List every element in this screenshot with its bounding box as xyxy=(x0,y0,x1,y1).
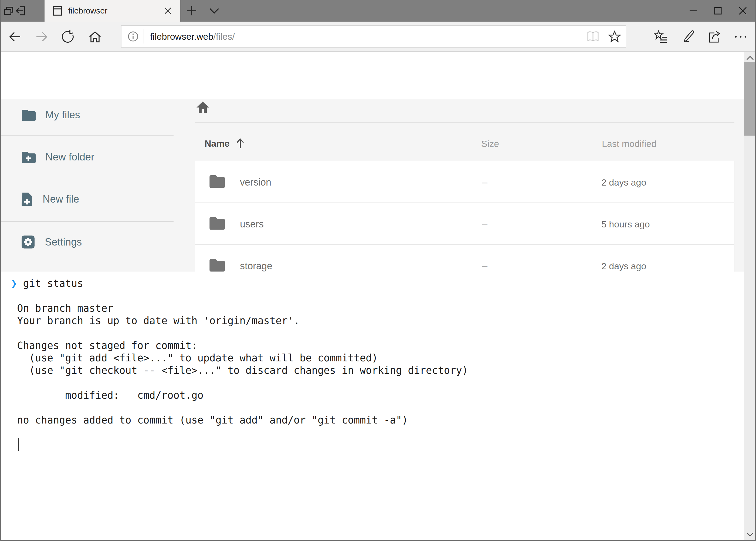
terminal-cursor xyxy=(18,438,19,451)
refresh-button[interactable] xyxy=(59,28,77,45)
terminal-line: Your branch is up to date with 'origin/m… xyxy=(11,315,300,326)
close-window-button[interactable] xyxy=(730,0,755,22)
window-controls xyxy=(681,0,755,22)
home-icon xyxy=(196,101,209,114)
chevron-up-icon xyxy=(746,56,754,61)
column-header-size[interactable]: Size xyxy=(481,139,499,149)
home-button[interactable] xyxy=(86,28,104,45)
new-folder-icon xyxy=(21,151,36,163)
sidebar-item-my-files[interactable]: My files xyxy=(0,104,173,126)
sidebar-item-label: New file xyxy=(43,194,79,205)
sort-ascending-icon xyxy=(236,138,245,149)
tabs-set-aside-button[interactable] xyxy=(3,0,15,22)
tab-preview-toggle[interactable] xyxy=(207,0,222,22)
page-scrollbar[interactable] xyxy=(744,52,756,541)
app-body: My files New folder New file xyxy=(0,99,744,272)
terminal-line: modified: cmd/root.go xyxy=(11,389,203,401)
maximize-button[interactable] xyxy=(705,0,730,22)
address-bar-divider xyxy=(143,29,144,44)
breadcrumb-home-button[interactable] xyxy=(196,101,209,114)
sidebar-divider xyxy=(0,221,173,222)
forward-button[interactable] xyxy=(33,28,51,45)
sidebar-item-new-folder[interactable]: New folder xyxy=(0,146,173,168)
tab-title: filebrowser xyxy=(68,6,162,15)
set-tabs-aside-icon xyxy=(15,5,26,16)
terminal-line: On branch master xyxy=(11,302,114,314)
terminal-line: Changes not staged for commit: xyxy=(11,340,197,351)
terminal-line: (use "git checkout -- <file>..." to disc… xyxy=(11,365,468,376)
page-favicon-icon xyxy=(53,5,62,16)
titlebar: filebrowser xyxy=(0,0,756,22)
new-tab-icon xyxy=(186,6,197,16)
hub-icon xyxy=(654,30,668,43)
share-button[interactable] xyxy=(706,28,723,45)
web-note-button[interactable] xyxy=(680,28,697,45)
minimize-icon xyxy=(689,7,697,15)
share-icon xyxy=(707,30,721,44)
listing-divider xyxy=(195,122,734,123)
back-icon xyxy=(8,30,22,44)
folder-icon xyxy=(209,258,225,272)
file-name: version xyxy=(240,177,271,188)
filebrowser-header xyxy=(0,52,756,99)
file-size: – xyxy=(482,177,487,188)
tabs-set-aside-icon xyxy=(3,5,14,16)
close-window-icon xyxy=(738,6,747,15)
address-bar[interactable]: filebrowser.web/files/ xyxy=(121,25,626,48)
more-options-icon xyxy=(734,30,748,44)
favorite-star-icon[interactable] xyxy=(609,31,621,42)
sidebar-item-label: My files xyxy=(45,109,80,121)
page-info-icon[interactable] xyxy=(127,31,139,42)
file-modified: 2 days ago xyxy=(601,177,646,188)
back-button[interactable] xyxy=(6,28,24,45)
url-text[interactable]: filebrowser.web/files/ xyxy=(150,31,235,42)
file-size: – xyxy=(482,219,487,230)
sidebar-item-new-file[interactable]: New file xyxy=(0,188,173,211)
column-header-modified[interactable]: Last modified xyxy=(602,139,656,149)
folder-icon xyxy=(209,216,225,230)
terminal-command: git status xyxy=(23,277,84,289)
column-header-name[interactable]: Name xyxy=(205,138,245,149)
folder-icon xyxy=(21,109,36,121)
terminal-prompt-chevron: ❯ xyxy=(11,277,17,289)
file-listing: version – 2 days ago users – 5 hours ago… xyxy=(195,161,734,272)
refresh-icon xyxy=(61,30,75,44)
new-file-icon xyxy=(21,192,33,206)
sidebar-item-settings[interactable]: Settings xyxy=(0,231,173,254)
sidebar-divider xyxy=(0,135,173,136)
browser-tab[interactable]: filebrowser xyxy=(45,0,180,22)
file-modified: 5 hours ago xyxy=(601,219,650,230)
folder-icon xyxy=(209,174,225,188)
close-tab-icon xyxy=(164,7,172,15)
file-row-users[interactable]: users – 5 hours ago xyxy=(195,203,734,244)
scroll-down-button[interactable] xyxy=(744,529,756,540)
close-tab-button[interactable] xyxy=(162,5,174,17)
terminal-line: (use "git add <file>..." to update what … xyxy=(11,352,378,364)
terminal-panel[interactable]: ❯ git status On branch master Your branc… xyxy=(0,272,744,540)
file-row-storage[interactable]: storage – 2 days ago xyxy=(195,245,734,272)
maximize-icon xyxy=(714,7,722,15)
terminal-output: ❯ git status On branch master Your branc… xyxy=(11,277,468,426)
settings-gear-icon xyxy=(21,235,35,249)
more-options-button[interactable] xyxy=(732,28,749,45)
file-name: users xyxy=(240,219,264,230)
hub-button[interactable] xyxy=(652,28,669,45)
file-modified: 2 days ago xyxy=(601,261,646,271)
new-tab-button[interactable] xyxy=(184,0,199,22)
url-path: /files/ xyxy=(213,31,235,42)
window-border xyxy=(0,0,1,541)
file-row-version[interactable]: version – 2 days ago xyxy=(195,161,734,202)
browser-toolbar: filebrowser.web/files/ xyxy=(0,22,756,52)
file-name: storage xyxy=(240,261,272,272)
scrollbar-thumb[interactable] xyxy=(744,62,756,136)
tab-preview-chevron-icon xyxy=(209,8,219,14)
set-tabs-aside-button[interactable] xyxy=(15,0,26,22)
terminal-line: no changes added to commit (use "git add… xyxy=(11,414,408,426)
url-host: filebrowser.web xyxy=(150,31,213,42)
reading-view-icon[interactable] xyxy=(587,31,599,42)
web-note-pen-icon xyxy=(681,30,695,44)
home-icon xyxy=(88,30,102,44)
file-size: – xyxy=(482,261,487,272)
sidebar-item-label: Settings xyxy=(45,236,82,248)
minimize-button[interactable] xyxy=(681,0,705,22)
